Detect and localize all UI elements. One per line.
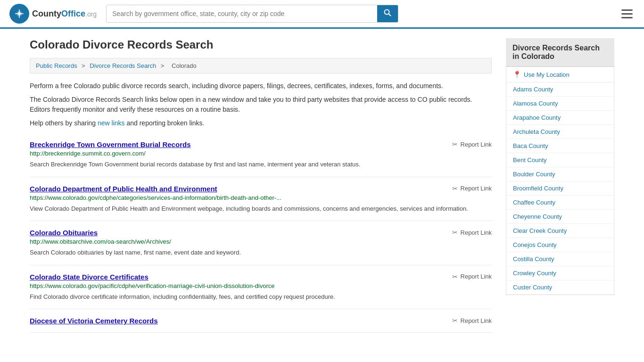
sidebar-county-1[interactable]: Alamosa County xyxy=(506,97,614,111)
sidebar-county-10[interactable]: Clear Creek County xyxy=(506,224,614,238)
description: Perform a free Colorado public divorce r… xyxy=(30,81,492,128)
sidebar-county-3[interactable]: Archuleta County xyxy=(506,125,614,139)
sidebar-county-0[interactable]: Adams County xyxy=(506,82,614,97)
sidebar-county-12[interactable]: Costilla County xyxy=(506,252,614,266)
sidebar-county-14[interactable]: Custer County xyxy=(506,280,614,295)
logo-text: CountyOffice.org xyxy=(32,9,97,19)
result-item: Colorado Department of Public Health and… xyxy=(30,177,492,222)
report-link-4[interactable]: ✂ Report Link xyxy=(452,317,492,324)
sidebar-county-2[interactable]: Arapahoe County xyxy=(506,111,614,125)
report-link-3[interactable]: ✂ Report Link xyxy=(452,273,492,280)
search-button[interactable] xyxy=(377,5,398,22)
breadcrumb: Public Records > Divorce Records Search … xyxy=(30,58,492,74)
sidebar-county-9[interactable]: Cheyenne County xyxy=(506,210,614,224)
result-item: Colorado State Divorce Certificates ✂ Re… xyxy=(30,265,492,310)
svg-point-2 xyxy=(18,12,21,15)
sidebar-county-5[interactable]: Bent County xyxy=(506,153,614,167)
result-desc-2: Search Colorado obituaries by last name,… xyxy=(30,248,492,257)
result-title-0[interactable]: Breckenridge Town Government Burial Reco… xyxy=(30,140,190,148)
svg-point-3 xyxy=(385,10,389,15)
scissors-icon: ✂ xyxy=(452,273,458,280)
result-item: Breckenridge Town Government Burial Reco… xyxy=(30,133,492,177)
result-title-4[interactable]: Diocese of Victoria Cemetery Records xyxy=(30,317,158,325)
scissors-icon: ✂ xyxy=(452,140,458,148)
result-item: Colorado Obituaries ✂ Report Link http:/… xyxy=(30,221,492,265)
sidebar-county-13[interactable]: Crowley County xyxy=(506,266,614,280)
logo-icon xyxy=(9,4,29,24)
report-link-2[interactable]: ✂ Report Link xyxy=(452,229,492,236)
result-desc-3: Find Colorado divorce certificate inform… xyxy=(30,292,492,302)
result-title-1[interactable]: Colorado Department of Public Health and… xyxy=(30,185,217,193)
sidebar-county-11[interactable]: Conejos County xyxy=(506,238,614,252)
scissors-icon: ✂ xyxy=(452,317,458,324)
sidebar-county-8[interactable]: Chaffee County xyxy=(506,196,614,210)
result-url-3[interactable]: https://www.colorado.gov/pacific/cdphe/v… xyxy=(30,282,492,289)
sidebar-title: Divorce Records Search in Colorado xyxy=(506,38,614,67)
county-list: Adams CountyAlamosa CountyArapahoe Count… xyxy=(506,82,614,295)
result-desc-1: View Colorado Department of Public Healt… xyxy=(30,204,492,214)
sidebar-county-6[interactable]: Boulder County xyxy=(506,167,614,181)
result-title-3[interactable]: Colorado State Divorce Certificates xyxy=(30,273,149,281)
svg-line-4 xyxy=(389,14,391,16)
search-bar xyxy=(106,5,398,23)
sidebar: Divorce Records Search in Colorado 📍 Use… xyxy=(506,38,614,333)
search-input[interactable] xyxy=(107,5,377,22)
page-title: Colorado Divorce Records Search xyxy=(30,38,492,51)
result-url-1[interactable]: https://www.colorado.gov/cdphe/categorie… xyxy=(30,194,492,201)
breadcrumb-current: Colorado xyxy=(172,62,197,69)
result-item: Diocese of Victoria Cemetery Records ✂ R… xyxy=(30,309,492,333)
report-link-0[interactable]: ✂ Report Link xyxy=(452,140,492,148)
new-links-link[interactable]: new links xyxy=(98,119,125,127)
sidebar-county-4[interactable]: Baca County xyxy=(506,139,614,153)
result-url-2[interactable]: http://www.obitsarchive.com/oa-search/we… xyxy=(30,238,492,245)
location-pin-icon: 📍 xyxy=(513,71,521,78)
result-desc-0: Search Breckenridge Town Government buri… xyxy=(30,160,492,169)
scissors-icon: ✂ xyxy=(452,185,458,192)
logo[interactable]: CountyOffice.org xyxy=(9,4,97,24)
report-link-1[interactable]: ✂ Report Link xyxy=(452,185,492,192)
menu-button[interactable] xyxy=(619,8,635,20)
use-my-location[interactable]: 📍 Use My Location xyxy=(506,67,614,82)
results-list: Breckenridge Town Government Burial Reco… xyxy=(30,133,492,333)
result-url-0[interactable]: http://breckenridge.summit.co.govern.com… xyxy=(30,150,492,157)
scissors-icon: ✂ xyxy=(452,229,458,236)
result-title-2[interactable]: Colorado Obituaries xyxy=(30,229,98,237)
breadcrumb-divorce-records[interactable]: Divorce Records Search xyxy=(90,62,156,69)
sidebar-county-7[interactable]: Broomfield County xyxy=(506,181,614,196)
breadcrumb-public-records[interactable]: Public Records xyxy=(36,62,77,69)
